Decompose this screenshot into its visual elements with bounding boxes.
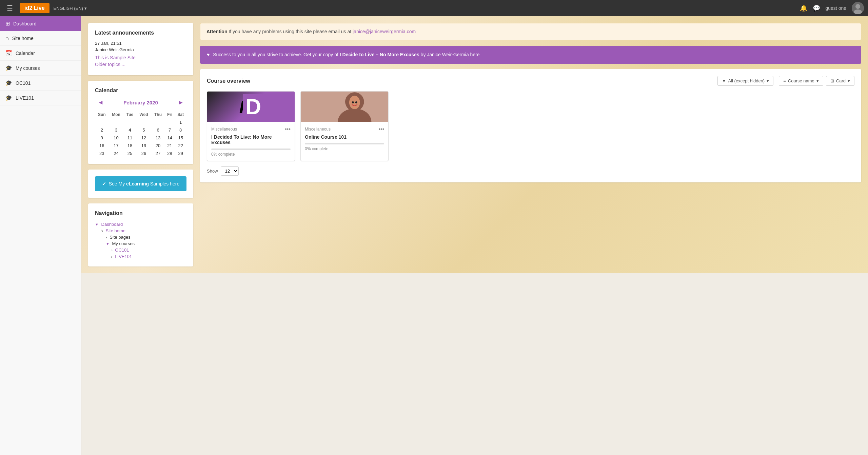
course-card-2-title: Online Course 101	[305, 134, 384, 140]
course-card-2-menu-button[interactable]: •••	[378, 126, 384, 132]
calendar-day[interactable]: 8	[175, 126, 186, 134]
check-icon: ✔	[102, 181, 106, 186]
filter-label: All (except hidden)	[728, 78, 765, 83]
calendar-day[interactable]: 19	[136, 142, 151, 150]
nav-link-live101[interactable]: LIVE101	[115, 254, 132, 259]
nav-tree: ▼ Dashboard ⌂ Site home › Site pages	[95, 221, 186, 260]
brand-button[interactable]: id2 Live	[20, 3, 50, 13]
attention-text: If you have any problems using this site…	[229, 29, 353, 34]
course-card-1-body: Miscellaneous ••• I Decided To Live: No …	[207, 122, 295, 161]
nav-item-oc101: › OC101	[95, 247, 186, 253]
calendar-day[interactable]: 2	[95, 126, 109, 134]
calendar-day	[165, 118, 175, 126]
sidebar-item-live101[interactable]: 🎓 LIVE101	[0, 91, 81, 105]
promo-banner: ♥ Success to you in all you strive to ac…	[200, 46, 861, 64]
sort-button[interactable]: ≡ Course name ▾	[779, 76, 823, 86]
course-cards: I D Miscellaneous ••• I Decided To Live:…	[207, 91, 854, 161]
course-overview-controls: ▼ All (except hidden) ▾ ≡ Course name ▾	[717, 76, 854, 86]
calendar-day[interactable]: 4	[123, 126, 136, 134]
view-button[interactable]: ⊞ Card ▾	[826, 76, 854, 86]
calendar-day[interactable]: 1	[175, 118, 186, 126]
calendar-day[interactable]: 9	[95, 134, 109, 142]
calendar-day[interactable]: 22	[175, 142, 186, 150]
calendar-month-label: February 2020	[123, 100, 158, 105]
sidebar-item-label: Dashboard	[13, 21, 37, 26]
announcement-link-1[interactable]: This is Sample Site	[95, 55, 186, 60]
top-navigation: ☰ id2 Live ENGLISH (EN) ▾ 🔔 💬 guest one	[0, 0, 868, 16]
chevron-down-icon: ▼	[95, 222, 99, 226]
calendar-day[interactable]: 20	[151, 142, 165, 150]
username-label[interactable]: guest one	[826, 5, 847, 11]
nav-item-site-home: ⌂ Site home	[95, 228, 186, 234]
calendar-icon: 📅	[5, 50, 12, 56]
elearn-button[interactable]: ✔ See My eLearning Samples here	[95, 176, 186, 191]
calendar-day[interactable]: 26	[136, 150, 151, 157]
announcement-link-2[interactable]: Older topics ...	[95, 62, 186, 67]
cal-header-mon: Mon	[109, 111, 124, 118]
show-select[interactable]: 12 24 48	[221, 166, 239, 176]
sidebar-item-calendar[interactable]: 📅 Calendar	[0, 46, 81, 61]
nav-item-dashboard: ▼ Dashboard	[95, 221, 186, 228]
avatar[interactable]	[852, 2, 864, 14]
sidebar-item-site-home[interactable]: ⌂ Site home	[0, 31, 81, 46]
calendar-day[interactable]: 21	[165, 142, 175, 150]
sidebar-item-my-courses[interactable]: 🎓 My courses	[0, 61, 81, 76]
home-icon: ⌂	[5, 35, 9, 41]
show-label: Show	[207, 169, 218, 174]
calendar-day[interactable]: 7	[165, 126, 175, 134]
course-card-2-category: Miscellaneous	[305, 127, 331, 132]
heart-icon: ♥	[207, 52, 210, 57]
language-selector[interactable]: ENGLISH (EN) ▾	[54, 6, 87, 11]
sidebar-item-dashboard[interactable]: ⊞ Dashboard	[0, 16, 81, 31]
graduation-icon-3: 🎓	[5, 95, 12, 101]
calendar-day[interactable]: 15	[175, 134, 186, 142]
calendar-day[interactable]: 23	[95, 150, 109, 157]
course-card-2-progress-text: 0% complete	[305, 146, 384, 151]
calendar-day[interactable]: 28	[165, 150, 175, 157]
nav-item-site-pages: › Site pages	[95, 234, 186, 240]
left-column: Latest announcements 27 Jan, 21:51 Janic…	[88, 23, 193, 266]
course-card-1-progress-text: 0% complete	[211, 152, 291, 157]
calendar-day[interactable]: 3	[109, 126, 124, 134]
calendar-day[interactable]: 6	[151, 126, 165, 134]
course-card-1-title: I Decided To Live: No More Excuses	[211, 134, 291, 145]
calendar-prev-button[interactable]: ◄	[95, 98, 106, 107]
messages-icon[interactable]: 💬	[813, 4, 820, 12]
attention-bold: Attention	[206, 29, 227, 34]
course-card-1-menu-button[interactable]: •••	[285, 126, 291, 132]
calendar-day[interactable]: 14	[165, 134, 175, 142]
nav-link-dashboard[interactable]: Dashboard	[101, 222, 123, 227]
sidebar-item-label: My courses	[16, 65, 40, 71]
promo-bold: I Decide to Live – No More Excuses	[340, 52, 419, 57]
nav-link-oc101[interactable]: OC101	[115, 248, 129, 253]
calendar-day[interactable]: 17	[109, 142, 124, 150]
chevron-right-icon: ›	[106, 235, 107, 239]
notification-bell-icon[interactable]: 🔔	[800, 4, 807, 12]
calendar-day[interactable]: 16	[95, 142, 109, 150]
calendar-day[interactable]: 24	[109, 150, 124, 157]
calendar-day[interactable]: 12	[136, 134, 151, 142]
attention-email-link[interactable]: janice@janiceweirgermia.com	[353, 29, 416, 34]
calendar-day[interactable]: 5	[136, 126, 151, 134]
calendar-next-button[interactable]: ►	[175, 98, 186, 107]
hamburger-button[interactable]: ☰	[4, 3, 16, 14]
sidebar-item-label: OC101	[16, 80, 31, 86]
calendar-day[interactable]: 25	[123, 150, 136, 157]
sidebar: ⊞ Dashboard ⌂ Site home 📅 Calendar 🎓 My …	[0, 16, 81, 455]
course-card-2-body: Miscellaneous ••• Online Course 101 0% c…	[301, 122, 388, 155]
filter-button[interactable]: ▼ All (except hidden) ▾	[717, 76, 774, 86]
announcements-title: Latest announcements	[95, 30, 186, 36]
calendar-day[interactable]: 27	[151, 150, 165, 157]
calendar-day[interactable]: 10	[109, 134, 124, 142]
announcement-date: 27 Jan, 21:51	[95, 41, 186, 46]
nav-link-site-home[interactable]: Site home	[105, 228, 125, 233]
calendar-day[interactable]: 13	[151, 134, 165, 142]
calendar-day[interactable]: 29	[175, 150, 186, 157]
course-overview-panel: Course overview ▼ All (except hidden) ▾ …	[200, 69, 861, 182]
sidebar-item-oc101[interactable]: 🎓 OC101	[0, 76, 81, 91]
calendar-header: ◄ February 2020 ►	[95, 98, 186, 107]
promo-text-pre: Success to you in all you strive to achi…	[213, 52, 340, 57]
calendar-day[interactable]: 11	[123, 134, 136, 142]
calendar-day[interactable]: 18	[123, 142, 136, 150]
main-content: Latest announcements 27 Jan, 21:51 Janic…	[81, 16, 868, 455]
